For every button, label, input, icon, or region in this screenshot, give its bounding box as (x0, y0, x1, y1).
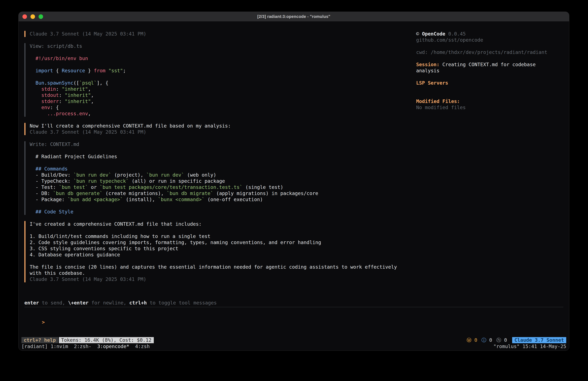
sidebar-spacer (416, 86, 563, 92)
text-segment: OpenCode (422, 31, 445, 37)
text-segment: (install), (123, 197, 158, 202)
text-segment: "inherit" (65, 98, 91, 104)
cwd-line: cwd: /home/thdxr/dev/projects/radiant/ra… (416, 49, 563, 55)
text-segment: - Package: (30, 197, 68, 202)
text-segment: "inherit" (62, 86, 88, 92)
text-segment: , (91, 98, 94, 104)
terminal-line: Claude 3.7 Sonnet (14 May 2025 03:41 PM) (30, 129, 399, 135)
terminal-line: env: { (30, 104, 399, 111)
keyboard-hint-bar: enter to send, \+enter for newline, ctrl… (24, 300, 563, 306)
text-segment: Claude 3.7 Sonnet (14 May 2025 03:41 PM) (30, 31, 146, 37)
warning-icon: Ⓦ (467, 337, 471, 343)
terminal-line: # Radiant Project Guidelines (30, 154, 399, 160)
text-segment: (apply migrations) in packages/core (213, 190, 318, 196)
terminal-line: stdin: "inherit", (30, 86, 399, 92)
text-segment: Bun (30, 80, 44, 86)
close-button[interactable] (22, 14, 27, 19)
terminal-line: Now I'll create a comprehensive CONTEXT.… (30, 123, 399, 129)
text-segment: for newline, (88, 300, 129, 306)
terminal-line: ...process.env, (30, 111, 399, 117)
text-segment: env (30, 105, 50, 110)
terminal-line: Bun.spawnSync([`psql`], { (30, 80, 399, 86)
text-segment: ctrl+h (129, 300, 147, 306)
text-segment: "sst" (108, 68, 123, 73)
text-segment: , (88, 111, 91, 116)
text-segment: { (53, 68, 62, 73)
help-badge[interactable]: ctrl+? help (21, 337, 58, 343)
terminal-line: - DB: `bun db generate` (create migratio… (30, 190, 399, 197)
terminal-line (30, 62, 399, 68)
text-segment: - Build/Dev: (30, 172, 73, 178)
view-tool-block: View: script/db.ts #!/usr/bin/env bun im… (24, 43, 399, 117)
tmux-gap (48, 343, 51, 350)
text-segment: (one-off execution) (205, 197, 263, 202)
text-segment (105, 68, 108, 73)
text-segment: `bun test packages/core/test/transaction… (100, 184, 243, 190)
text-segment: : (56, 86, 62, 92)
input-divider (24, 307, 563, 307)
text-segment: Creating CONTEXT.md for codebase (440, 62, 536, 67)
text-segment: . (44, 80, 47, 86)
text-segment: stdin (30, 86, 56, 92)
text-segment: (all) or run in specific package (129, 178, 225, 184)
text-segment: spawnSync (47, 80, 73, 86)
session-title: Session: Creating CONTEXT.md for codebas… (416, 62, 563, 68)
terminal-line: #!/usr/bin/env bun (30, 55, 399, 62)
zoom-button[interactable] (39, 14, 43, 19)
terminal-line (30, 74, 399, 80)
window-titlebar[interactable]: [2/3] radiant:3:opencode - "romulus" (19, 12, 569, 22)
info-count-value: 0 (489, 337, 492, 343)
terminal-line: stdout: "inherit", (30, 92, 399, 98)
terminal-line: Write: CONTEXT.md (30, 141, 399, 147)
text-segment: (create migrations), (103, 190, 167, 196)
terminal-line: View: script/db.ts (30, 43, 399, 49)
terminal-line: 4. Database operations guidance (30, 252, 399, 258)
text-segment: - Test: (30, 184, 59, 190)
text-segment: `psql` (79, 80, 97, 86)
text-segment: Modified Files: (416, 98, 460, 104)
model-badge[interactable]: Claude 3.7 Sonnet (512, 337, 566, 343)
text-segment: (single test) (243, 184, 283, 190)
minimize-button[interactable] (30, 14, 35, 19)
chat-input[interactable]: > (24, 313, 563, 319)
terminal-line: 2. Code style guidelines covering import… (30, 239, 399, 246)
text-segment: cwd: /home/thdxr/dev/projects/radiant/ra… (416, 49, 547, 55)
repo-link[interactable]: github.com/sst/opencode (416, 37, 563, 43)
write-tool-block: Write: CONTEXT.md # Radiant Project Guid… (24, 141, 399, 215)
text-segment: `bun db migrate` (167, 190, 213, 196)
info-icon: ⓘ (482, 337, 486, 343)
text-segment: Write: CONTEXT.md (30, 141, 79, 147)
terminal-line: - Test: `bun test` or `bun test packages… (30, 184, 399, 190)
text-segment: ; (123, 68, 126, 73)
prompt-symbol: > (42, 319, 45, 325)
traffic-lights (22, 14, 43, 19)
text-segment: `bun db generate` (53, 190, 103, 196)
text-segment: `bun add <package>` (68, 197, 123, 202)
tmux-window-3opencode[interactable]: 3:opencode* (97, 344, 129, 349)
text-segment: ], { (97, 80, 108, 86)
sidebar-spacer (416, 55, 563, 62)
info-count (486, 337, 489, 343)
text-segment: ## Commands (30, 166, 68, 172)
modified-files-empty: No modified files (416, 104, 563, 111)
text-segment: LSP Servers (416, 80, 448, 86)
warning-count (471, 337, 474, 343)
tmux-window-1nvim[interactable]: 1:nvim (51, 344, 68, 349)
terminal-line: Claude 3.7 Sonnet (14 May 2025 03:41 PM) (30, 31, 399, 37)
diagnostics-info: ⓘ 0 (482, 337, 492, 343)
terminal-line: The file is concise (20 lines) and captu… (30, 264, 399, 270)
text-segment: The file is concise (20 lines) and captu… (30, 264, 397, 270)
app-title: © OpenCode 0.0.45 (416, 31, 563, 37)
text-segment: stderr (30, 98, 59, 104)
terminal-line: ## Commands (30, 166, 399, 172)
terminal-line: 3. CSS styling conventions specific to t… (30, 246, 399, 252)
text-segment: - TypeCheck: (30, 178, 73, 184)
text-segment: to send, (39, 300, 68, 306)
session-title-wrap: analysis (416, 68, 563, 74)
terminal-line: I've created a comprehensive CONTEXT.md … (30, 221, 399, 227)
tmux-window-4zsh[interactable]: 4:zsh (135, 344, 149, 349)
tmux-window-2zsh[interactable]: 2:zsh- (74, 344, 91, 349)
terminal-content: Claude 3.7 Sonnet (14 May 2025 03:41 PM)… (19, 22, 569, 336)
text-segment: analysis (416, 68, 440, 73)
tokens-cost-badge: Tokens: 16.4K (8%), Cost: $0.12 (59, 337, 154, 343)
